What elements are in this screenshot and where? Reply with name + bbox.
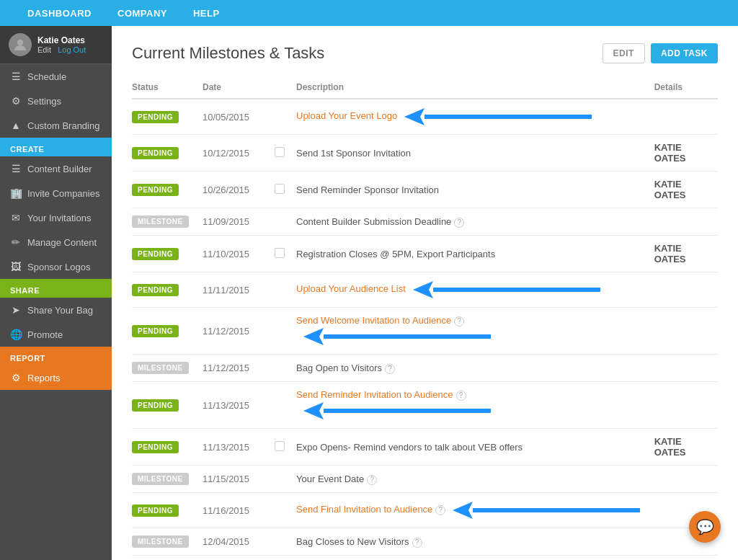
task-link[interactable]: Send Welcome Invitation to Audience xyxy=(296,315,451,326)
avatar xyxy=(9,33,32,56)
description-cell: Your Event Date? xyxy=(290,466,649,493)
table-row: MILESTONE11/09/2015Content Builder Submi… xyxy=(132,208,718,236)
description-cell: Send Reminder Invitation to Audience? xyxy=(290,382,649,429)
checkbox-cell[interactable] xyxy=(269,429,290,466)
section-label-create: Create xyxy=(0,138,112,156)
status-cell: PENDING xyxy=(132,429,197,466)
user-name: Katie Oates xyxy=(37,35,103,45)
sidebar-item-manage-content[interactable]: ✏ Manage Content xyxy=(0,230,112,254)
table-row: PENDING11/13/2015Send Reminder Invitatio… xyxy=(132,382,718,429)
checkbox-cell[interactable] xyxy=(269,172,290,208)
help-icon[interactable]: ? xyxy=(412,538,422,548)
sidebar-item-label: Your Invitations xyxy=(27,213,91,223)
sidebar-item-schedule[interactable]: ☰ Schedule xyxy=(0,64,112,89)
description-cell: Bag Closes to New Visitors? xyxy=(290,528,649,556)
checkbox-cell[interactable] xyxy=(269,236,290,272)
sidebar-item-content-builder[interactable]: ☰ Content Builder xyxy=(0,156,112,181)
help-icon[interactable]: ? xyxy=(367,475,377,485)
checkbox[interactable] xyxy=(275,441,285,451)
status-badge: PENDING xyxy=(132,441,179,453)
checkbox-cell xyxy=(269,355,290,382)
nav-company[interactable]: COMPANY xyxy=(105,0,180,26)
nav-dashboard[interactable]: DASHBOARD xyxy=(14,0,105,26)
task-link[interactable]: Upload Your Event Logo xyxy=(296,110,397,121)
sidebar-item-label: Content Builder xyxy=(27,164,92,174)
description-cell: Content Builder Submission Deadline? xyxy=(290,208,649,236)
sidebar-item-promote[interactable]: 🌐 Promote xyxy=(0,322,112,347)
status-badge: MILESTONE xyxy=(132,535,189,548)
table-row: PENDING11/11/2015Upload Your Audience Li… xyxy=(132,272,718,308)
col-date: Date xyxy=(197,78,269,99)
fab-button[interactable]: 💬 xyxy=(689,511,721,543)
checkbox-cell xyxy=(269,272,290,308)
date-cell: 11/09/2015 xyxy=(197,208,269,236)
table-row: MILESTONE11/12/2015Bag Open to Visitors? xyxy=(132,355,718,382)
help-icon[interactable]: ? xyxy=(385,364,395,374)
sidebar-item-sponsor-logos[interactable]: 🖼 Sponsor Logos xyxy=(0,254,112,279)
help-icon[interactable]: ? xyxy=(454,316,464,326)
sidebar-item-label: Custom Branding xyxy=(27,120,99,131)
table-row: PENDING11/13/2015Expo Opens- Remind vend… xyxy=(132,429,718,466)
details-cell xyxy=(649,355,718,382)
status-cell: MILESTONE xyxy=(132,208,197,236)
invitations-icon: ✉ xyxy=(10,212,22,223)
sidebar-item-invite-companies[interactable]: 🏢 Invite Companies xyxy=(0,181,112,205)
details-cell xyxy=(649,208,718,236)
checkbox-cell xyxy=(269,308,290,355)
col-checkbox xyxy=(269,78,290,99)
checkbox-cell[interactable] xyxy=(269,135,290,172)
add-task-button[interactable]: ADD TASK xyxy=(651,43,718,63)
details-cell: KATIE OATES xyxy=(649,236,718,272)
main-layout: Katie Oates Edit Log Out ☰ Schedule ⚙ Se… xyxy=(0,26,738,560)
sidebar-item-label: Settings xyxy=(27,96,61,107)
edit-link[interactable]: Edit xyxy=(37,45,51,54)
description-cell: Registration Closes @ 5PM, Export Partic… xyxy=(290,236,649,272)
status-badge: PENDING xyxy=(132,184,179,196)
checkbox[interactable] xyxy=(275,248,285,258)
task-link[interactable]: Upload Your Audience List xyxy=(296,283,406,294)
status-cell: MILESTONE xyxy=(132,355,197,382)
fab-icon: 💬 xyxy=(696,518,714,535)
table-row: PENDING10/26/2015Send Reminder Sponsor I… xyxy=(132,172,718,208)
task-text: Expo Opens- Remind vendors to talk about… xyxy=(296,442,523,453)
nav-help[interactable]: HELP xyxy=(180,0,233,26)
content-header: Current Milestones & Tasks EDIT ADD TASK xyxy=(132,43,718,63)
description-cell: Send Welcome Invitation to Audience? xyxy=(290,308,649,355)
blue-arrow xyxy=(303,401,491,421)
status-badge: PENDING xyxy=(132,248,179,260)
sidebar-item-reports[interactable]: ⚙ Reports xyxy=(0,365,112,390)
description-cell: Upload Your Audience List xyxy=(290,272,649,308)
checkbox-cell xyxy=(269,493,290,528)
sidebar-item-your-invitations[interactable]: ✉ Your Invitations xyxy=(0,205,112,230)
description-cell: Expo Opens- Remind vendors to talk about… xyxy=(290,429,649,466)
help-icon[interactable]: ? xyxy=(456,391,466,401)
sidebar-item-custom-branding[interactable]: ▲ Custom Branding xyxy=(0,113,112,138)
checkbox[interactable] xyxy=(275,147,285,157)
sidebar-item-label: Manage Content xyxy=(27,237,97,248)
share-bag-icon: ➤ xyxy=(10,304,22,316)
branding-icon: ▲ xyxy=(10,120,22,131)
description-cell: Upload Your Event Logo xyxy=(290,99,649,135)
sidebar-item-share-your-bag[interactable]: ➤ Share Your Bag xyxy=(0,298,112,322)
sidebar-item-label: Reports xyxy=(27,373,61,383)
section-label-share: Share xyxy=(0,279,112,298)
help-icon[interactable]: ? xyxy=(435,505,445,515)
task-text: Content Builder Submission Deadline xyxy=(296,216,451,227)
task-link[interactable]: Send Reminder Invitation to Audience xyxy=(296,389,453,400)
settings-icon: ⚙ xyxy=(10,95,22,107)
edit-button[interactable]: EDIT xyxy=(603,43,645,63)
manage-content-icon: ✏ xyxy=(10,236,22,248)
help-icon[interactable]: ? xyxy=(454,218,464,228)
blue-arrow xyxy=(413,280,600,300)
status-badge: PENDING xyxy=(132,284,179,296)
checkbox[interactable] xyxy=(275,184,285,194)
status-cell: PENDING xyxy=(132,172,197,208)
sidebar-item-settings[interactable]: ⚙ Settings xyxy=(0,89,112,113)
logout-link[interactable]: Log Out xyxy=(58,45,86,54)
date-cell: 11/16/2015 xyxy=(197,493,269,528)
sidebar-item-label: Schedule xyxy=(27,71,66,82)
task-link[interactable]: Send Final Invitation to Audience xyxy=(296,504,432,515)
col-status: Status xyxy=(132,78,197,99)
status-cell: MILESTONE xyxy=(132,466,197,493)
checkbox-cell xyxy=(269,528,290,556)
